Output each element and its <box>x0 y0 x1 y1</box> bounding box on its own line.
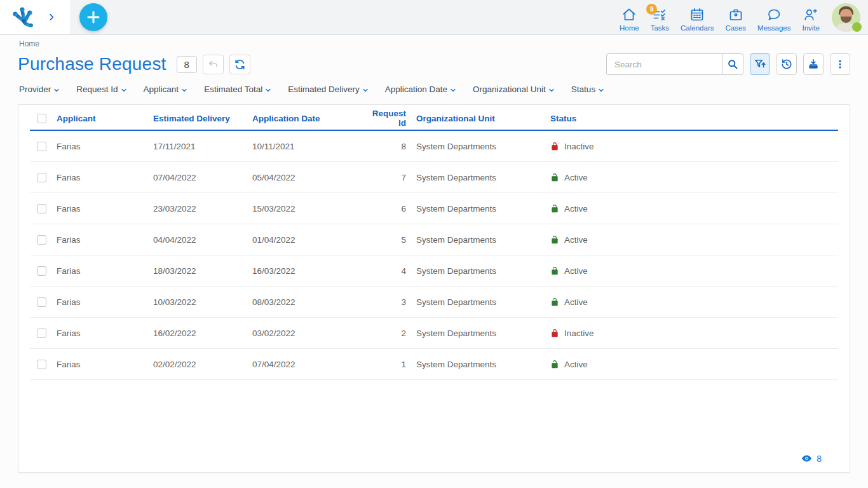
filter-label: Status <box>571 85 595 94</box>
nav-label: Messages <box>757 24 790 32</box>
lock-open-icon <box>550 360 559 369</box>
table-row[interactable]: Farias10/03/202208/03/20223System Depart… <box>30 287 838 318</box>
status-label: Active <box>564 266 588 276</box>
message-icon <box>766 6 782 23</box>
table-row[interactable]: Farias16/02/202203/02/20222System Depart… <box>30 318 838 349</box>
visible-rows-count: 8 <box>817 454 822 464</box>
chevron-down-icon <box>548 85 555 94</box>
cell-organizational-unit: System Departments <box>406 173 550 182</box>
column-header-organizational-unit[interactable]: Organizational Unit <box>406 114 550 123</box>
table-body: Farias17/11/202110/11/20218System Depart… <box>18 131 850 380</box>
row-checkbox[interactable] <box>37 266 46 276</box>
sidebar-expand-chevron-icon[interactable] <box>47 13 56 22</box>
status-label: Active <box>564 204 588 214</box>
filter-label: Estimated Total <box>204 85 262 94</box>
filter-provider[interactable]: Provider <box>19 85 60 94</box>
search-button[interactable] <box>722 53 743 75</box>
row-checkbox[interactable] <box>37 142 46 151</box>
nav-item-calendars[interactable]: Calendars <box>675 3 719 32</box>
nav-item-home[interactable]: Home <box>614 3 645 32</box>
filter-applicant[interactable]: Applicant <box>144 85 189 94</box>
table-row[interactable]: Farias17/11/202110/11/20218System Depart… <box>30 131 838 162</box>
nav-item-cases[interactable]: Cases <box>719 3 752 32</box>
filter-estimated-total[interactable]: Estimated Total <box>204 85 272 94</box>
nav-item-messages[interactable]: Messages <box>752 3 796 32</box>
search-input[interactable] <box>606 53 722 75</box>
cell-application-date: 01/04/2022 <box>252 235 363 245</box>
cell-organizational-unit: System Departments <box>406 329 550 338</box>
visible-rows-eye-icon <box>801 453 812 464</box>
filter-label: Estimated Delivery <box>288 85 360 94</box>
cell-organizational-unit: System Departments <box>406 360 550 369</box>
filter-label: Application Date <box>385 85 447 94</box>
row-checkbox[interactable] <box>37 329 46 338</box>
cell-applicant: Farias <box>57 266 153 276</box>
select-all-checkbox[interactable] <box>37 114 46 123</box>
nav-label: Tasks <box>651 24 669 32</box>
column-header-applicant[interactable]: Applicant <box>57 114 153 123</box>
history-icon <box>780 58 793 71</box>
save-filter-button[interactable] <box>750 53 770 75</box>
filter-application-date[interactable]: Application Date <box>385 85 457 94</box>
filter-label: Applicant <box>144 85 179 94</box>
table-row[interactable]: Farias18/03/202216/03/20224System Depart… <box>30 255 838 287</box>
undo-button[interactable] <box>203 55 224 74</box>
table-row[interactable]: Farias02/02/202207/04/20221System Depart… <box>30 349 838 380</box>
chevron-down-icon <box>597 85 605 94</box>
title-row: Purchase Request 8 <box>18 53 850 75</box>
status-label: Active <box>564 297 588 307</box>
more-options-button[interactable] <box>830 53 850 75</box>
purchase-request-table-card: Applicant Estimated Delivery Application… <box>18 104 850 473</box>
breadcrumb[interactable]: Home <box>19 39 39 48</box>
record-count-badge: 8 <box>177 56 197 73</box>
export-icon <box>807 58 820 71</box>
cell-applicant: Farias <box>57 360 153 369</box>
nav-item-invite[interactable]: Invite <box>797 3 826 32</box>
filter-estimated-delivery[interactable]: Estimated Delivery <box>288 85 369 94</box>
column-header-application-date[interactable]: Application Date <box>252 114 363 123</box>
refresh-button[interactable] <box>229 55 250 74</box>
cell-organizational-unit: System Departments <box>406 266 550 276</box>
cell-request-id: 6 <box>363 204 406 214</box>
page-title: Purchase Request <box>18 54 166 74</box>
export-button[interactable] <box>803 53 824 75</box>
lock-open-icon <box>550 266 559 276</box>
column-header-estimated-delivery[interactable]: Estimated Delivery <box>153 114 252 123</box>
cell-application-date: 07/04/2022 <box>252 360 363 369</box>
history-button[interactable] <box>776 53 797 75</box>
status-label: Active <box>564 360 588 369</box>
column-header-status[interactable]: Status <box>550 114 838 123</box>
new-request-button[interactable] <box>79 3 107 31</box>
row-checkbox[interactable] <box>37 235 46 245</box>
row-checkbox[interactable] <box>37 297 46 307</box>
chevron-down-icon <box>264 85 272 94</box>
column-header-request-id[interactable]: Request Id <box>363 109 406 128</box>
row-checkbox[interactable] <box>37 360 46 369</box>
row-checkbox[interactable] <box>37 173 46 182</box>
user-avatar[interactable] <box>832 3 860 32</box>
filter-status[interactable]: Status <box>571 85 605 94</box>
lock-open-icon <box>550 297 559 307</box>
filter-organizational-unit[interactable]: Organizational Unit <box>473 85 555 94</box>
cell-status: Inactive <box>550 329 838 338</box>
table-row[interactable]: Farias23/03/202215/03/20226System Depart… <box>30 193 838 224</box>
top-navigation: Home 9 Tasks Calendars Cases Message <box>614 3 825 32</box>
cell-request-id: 4 <box>363 266 406 276</box>
filter-request-id[interactable]: Request Id <box>76 85 127 94</box>
cell-estimated-delivery: 17/11/2021 <box>153 142 252 151</box>
refresh-icon <box>234 58 246 71</box>
nav-label: Invite <box>803 24 820 32</box>
nav-item-tasks[interactable]: 9 Tasks <box>645 3 675 32</box>
cell-estimated-delivery: 18/03/2022 <box>153 266 252 276</box>
status-label: Active <box>564 173 588 182</box>
cell-request-id: 8 <box>363 142 406 151</box>
row-checkbox[interactable] <box>37 204 46 214</box>
table-row[interactable]: Farias04/04/202201/04/20225System Depart… <box>30 224 838 255</box>
lock-open-icon <box>550 173 559 182</box>
table-header-row: Applicant Estimated Delivery Application… <box>30 105 838 131</box>
lock-open-icon <box>550 204 559 214</box>
chevron-down-icon <box>362 85 369 94</box>
cell-estimated-delivery: 04/04/2022 <box>153 235 252 245</box>
table-row[interactable]: Farias07/04/202205/04/20227System Depart… <box>30 162 838 193</box>
app-logo-icon[interactable] <box>9 5 36 29</box>
